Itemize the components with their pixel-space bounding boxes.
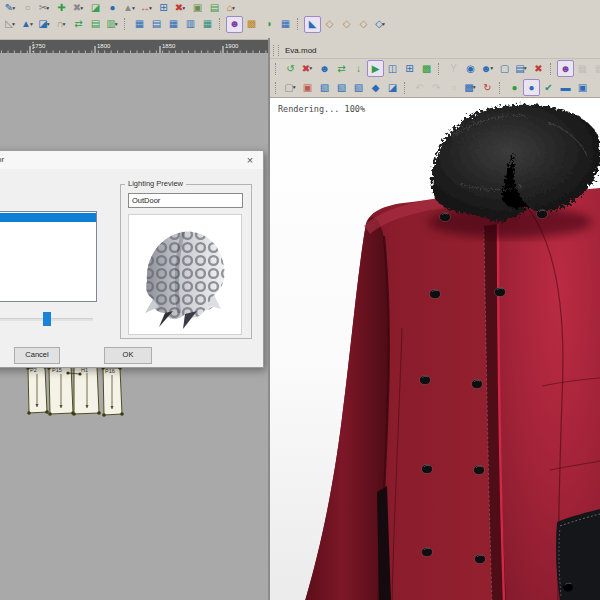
piece-hatch-3-button[interactable]: ◇ <box>355 16 372 33</box>
dropdown-arrow-icon[interactable]: ▼ <box>472 85 477 90</box>
points-table-button[interactable]: ▥ <box>182 16 199 33</box>
frame-box-button[interactable]: ◫ <box>384 60 401 77</box>
home-tool-button[interactable]: ⌂▼ <box>223 0 240 17</box>
marquee-tool-button[interactable]: ▢▼ <box>282 79 299 96</box>
pattern-piece-P16[interactable]: P16 <box>101 366 124 417</box>
refresh-scene-button[interactable]: ↺ <box>282 60 299 77</box>
render-settings-button[interactable]: ◉ <box>462 60 479 77</box>
avatar-pose-button[interactable]: ☻ <box>557 60 574 77</box>
expand-red-button[interactable]: ✖ <box>530 60 547 77</box>
dropdown-arrow-icon[interactable]: ▼ <box>114 22 119 27</box>
cube-red-2-button[interactable]: ▧ <box>333 79 350 96</box>
sphere-green-button[interactable]: ● <box>506 79 523 96</box>
measure-tool-button[interactable]: ↔▼ <box>138 0 155 17</box>
lighting-slider[interactable] <box>0 311 93 327</box>
sheet-export-tool-button[interactable]: ▤ <box>87 16 104 33</box>
size-table-button[interactable]: ▤ <box>148 16 165 33</box>
snapshot-red-button[interactable]: ▣ <box>299 79 316 96</box>
panel-titlebar[interactable]: Eva.mod <box>270 42 600 59</box>
select-box-button[interactable]: ⊞ <box>401 60 418 77</box>
grade-table-tool-button[interactable]: ⊞ <box>155 0 172 17</box>
undo-button[interactable]: ↶ <box>411 79 428 96</box>
slider-thumb[interactable] <box>43 312 51 326</box>
calculator-button[interactable]: ▦ <box>199 16 216 33</box>
piece-outline-button[interactable]: ◇▼ <box>372 16 389 33</box>
simulate-play-button[interactable]: ▶ <box>367 60 384 77</box>
pocket-folder-button[interactable]: ◪ <box>384 79 401 96</box>
lighting-listbox[interactable] <box>0 211 97 302</box>
scissors-tool-button[interactable]: ✂▼ <box>36 0 53 17</box>
avatar-button[interactable]: ☻ <box>316 60 333 77</box>
copy-piece-tool-button[interactable]: ▣ <box>189 0 206 17</box>
new-sheet-tool-button[interactable]: ▤ <box>206 0 223 17</box>
globe-tool-button[interactable]: ● <box>104 0 121 17</box>
dropdown-arrow-icon[interactable]: ▼ <box>292 85 297 90</box>
dropdown-arrow-icon[interactable]: ▼ <box>489 66 494 71</box>
grid-b-button[interactable]: ▦ <box>591 60 600 77</box>
pattern-piece-H1[interactable]: H1 <box>72 364 101 416</box>
cancel-button[interactable]: Cancel <box>14 347 60 364</box>
dropdown-arrow-icon[interactable]: ▼ <box>381 22 386 27</box>
horizontal-ruler[interactable]: 1750180018501900 <box>0 40 268 53</box>
avatar-settings-button[interactable]: ☻▼ <box>479 60 496 77</box>
fabric-swatch-button[interactable]: ▩ <box>243 16 260 33</box>
monitor-button[interactable]: ▢ <box>496 60 513 77</box>
pin-add-tool-button[interactable]: ✚ <box>53 0 70 17</box>
avatar-tool-button[interactable]: ☻ <box>226 16 243 33</box>
cube-solid-button[interactable]: ◆ <box>367 79 384 96</box>
rule-table-button[interactable]: ▦ <box>165 16 182 33</box>
dropdown-arrow-icon[interactable]: ▼ <box>79 6 84 11</box>
mirror-tool-button[interactable]: ▲▼ <box>19 16 36 33</box>
dropdown-arrow-icon[interactable]: ▼ <box>131 6 136 11</box>
arch-tool-button[interactable]: ∩▼ <box>53 16 70 33</box>
3d-viewport[interactable]: Rendering... 100% <box>270 97 600 600</box>
dropdown-arrow-icon[interactable]: ▼ <box>523 66 528 71</box>
close-icon[interactable]: × <box>243 153 257 167</box>
cube-red-1-button[interactable]: ▧ <box>316 79 333 96</box>
dart-tool-button[interactable]: ▲▼ <box>121 0 138 17</box>
piece-table-button[interactable]: ▦ <box>131 16 148 33</box>
dropdown-arrow-icon[interactable]: ▼ <box>29 22 34 27</box>
camera-button[interactable]: ▣ <box>574 79 591 96</box>
fold-page-tool-button[interactable]: ◪▼ <box>36 16 53 33</box>
piece-hatch-1-button[interactable]: ◇ <box>321 16 338 33</box>
check-ok-button[interactable]: ✔ <box>540 79 557 96</box>
lasso-disabled-button[interactable]: ○ <box>445 79 462 96</box>
color-tool-button[interactable]: ◑ <box>260 16 277 33</box>
dropdown-arrow-icon[interactable]: ▼ <box>231 6 236 11</box>
sync-arrows-button[interactable]: ⇄ <box>333 60 350 77</box>
dropdown-arrow-icon[interactable]: ▼ <box>148 6 153 11</box>
angle-ruler-tool-button[interactable]: ◣ <box>304 16 321 33</box>
save-render-button[interactable]: ▤▼ <box>513 60 530 77</box>
ok-button[interactable]: OK <box>104 347 152 364</box>
dropdown-arrow-icon[interactable]: ▼ <box>11 22 16 27</box>
pattern-piece-P2[interactable]: P2 <box>26 365 49 415</box>
dropdown-arrow-icon[interactable]: ▼ <box>11 6 16 11</box>
pin-rotate-red-button[interactable]: ↻ <box>479 79 496 96</box>
sheet-import-tool-button[interactable]: ▥▼ <box>104 16 121 33</box>
piece-hatch-2-button[interactable]: ◇ <box>338 16 355 33</box>
dither-box-button[interactable]: ▩▼ <box>462 79 479 96</box>
delete-tool-button[interactable]: ✖▼ <box>172 0 189 17</box>
texture-star-button[interactable]: ▩ <box>418 60 435 77</box>
pen-tool-button[interactable]: ✎▼ <box>2 0 19 17</box>
pattern-pieces-group[interactable]: P2P15H1P16 <box>0 360 268 430</box>
sphere-blue-button[interactable]: ● <box>523 79 540 96</box>
walk-pieces-tool-button[interactable]: ⇄ <box>70 16 87 33</box>
dialog-titlebar[interactable]: or × <box>0 151 263 169</box>
y-handle-button[interactable]: Y <box>445 60 462 77</box>
listbox-selected-row[interactable] <box>0 213 96 222</box>
grid-a-button[interactable]: ▦ <box>574 60 591 77</box>
lasso-tool-button[interactable]: ○ <box>19 0 36 17</box>
texture-table-button[interactable]: ▦ <box>277 16 294 33</box>
dropdown-arrow-icon[interactable]: ▼ <box>46 22 51 27</box>
image-bg-button[interactable]: ▬ <box>557 79 574 96</box>
titlebar-grip[interactable] <box>273 45 279 56</box>
lighting-name-field[interactable]: OutDoor <box>128 193 243 208</box>
pattern-piece-P15[interactable]: P15 <box>47 364 75 416</box>
seam-cut-tool-button[interactable]: ✖▼ <box>70 0 87 17</box>
dropdown-arrow-icon[interactable]: ▼ <box>308 66 313 71</box>
redo-button[interactable]: ↷ <box>428 79 445 96</box>
notch-tool-button[interactable]: ◪ <box>87 0 104 17</box>
import-arrow-button[interactable]: ↓ <box>350 60 367 77</box>
